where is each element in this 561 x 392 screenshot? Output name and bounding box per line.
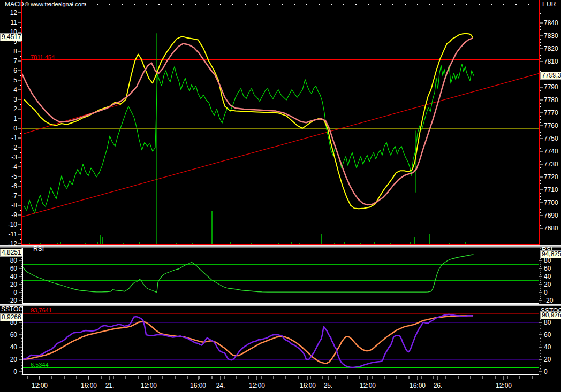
macd-axis-tick-label: 12 — [0, 10, 17, 16]
resistance-line-label: 7811,454 — [31, 54, 55, 60]
rsi-axis-tick-label: 40 — [544, 273, 551, 280]
sstoc-axis-tick-label: 20 — [0, 356, 17, 363]
x-axis-label: 16:00 — [410, 382, 426, 389]
panel-splitter-1[interactable] — [0, 245, 561, 248]
sstoc-axis-tick-label: 80 — [0, 319, 17, 326]
sstoc-axis-tick-label: 40 — [544, 344, 551, 350]
sstoc-axis-tick-label: 20 — [544, 356, 551, 363]
x-axis-label: 16:00 — [300, 382, 316, 389]
eur-axis-tick-label: 7730 — [544, 161, 558, 167]
rsi-axis-tick-label: 60 — [0, 265, 17, 272]
x-axis-label: 25. — [324, 382, 333, 389]
eur-axis-tick-label: 7840 — [544, 20, 558, 26]
x-axis-label: 26. — [434, 382, 443, 389]
rsi-current-value-box-left: 4,8251 — [0, 249, 22, 257]
sstoc-axis-tick-label: 0 — [544, 368, 548, 375]
sstoc-current-value-box-right: 90,926 — [540, 311, 561, 319]
macd-axis-tick-label: -9 — [0, 212, 17, 218]
eur-axis-tick-label: 7830 — [544, 33, 558, 39]
rsi-axis-tick-label: -20 — [544, 297, 553, 304]
x-axis-label: 12:00 — [32, 382, 48, 389]
panel-splitter-2[interactable] — [0, 304, 561, 306]
rsi-axis-tick-label: -20 — [0, 297, 17, 304]
macd-axis-tick-label: -10 — [0, 221, 17, 228]
x-axis-label: 16:00 — [190, 382, 206, 389]
tradesignal-chart-window: MACD © www.tradesignal.com EUR RSI RSI S… — [0, 0, 561, 392]
rsi-axis-tick-label: 0 — [0, 289, 17, 296]
macd-axis-tick-label: 11 — [0, 19, 17, 26]
sstoc-panel-title-left: SSTOC — [1, 305, 23, 313]
x-axis-label: 12:00 — [249, 382, 265, 389]
macd-axis-tick-label: -3 — [0, 154, 17, 160]
macd-axis-tick-label: 10 — [0, 29, 17, 35]
sstoc-axis-tick-label: 60 — [0, 332, 17, 338]
eur-axis-tick-label: 7770 — [544, 110, 558, 116]
x-axis-label: 16:00 — [81, 382, 97, 389]
eur-axis-tick-label: 7820 — [544, 45, 558, 52]
eur-axis-tick-label: 7800 — [544, 71, 558, 78]
rsi-axis-tick-label: 20 — [0, 281, 17, 288]
eur-axis-tick-label: 7760 — [544, 122, 558, 129]
eur-axis-tick-label: 7710 — [544, 187, 558, 193]
eur-axis-tick-label: 7780 — [544, 97, 558, 103]
macd-axis-tick-label: -4 — [0, 164, 17, 170]
macd-axis-tick-label: 3 — [0, 96, 17, 103]
x-axis-label: 12:00 — [496, 382, 512, 389]
sstoc-axis-tick-label: 80 — [544, 319, 551, 326]
macd-axis-tick-label: 1 — [0, 116, 17, 122]
macd-axis-tick-label: -2 — [0, 144, 17, 151]
sstoc-axis-tick-label: 0 — [0, 368, 17, 375]
rsi-axis-tick-label: 40 — [0, 273, 17, 280]
x-axis-label: 21. — [105, 382, 115, 389]
x-axis-label: 24. — [216, 382, 225, 389]
eur-axis-tick-label: 7790 — [544, 84, 558, 90]
watermark: © www.tradesignal.com — [25, 1, 86, 7]
eur-axis-tick-label: 7810 — [544, 58, 558, 65]
x-axis-label: 12:00 — [360, 382, 376, 389]
macd-axis-tick-label: -11 — [0, 231, 17, 237]
main-chart-panel[interactable] — [22, 7, 539, 245]
rsi-axis-tick-label: 80 — [544, 257, 551, 264]
eur-axis-title: EUR — [542, 1, 556, 8]
rsi-axis-tick-label: 80 — [0, 257, 17, 264]
stoch-upper-line-label: 93,7641 — [31, 307, 52, 313]
macd-axis-tick-label: 4 — [0, 87, 17, 93]
macd-axis-tick-label: 8 — [0, 48, 17, 55]
rsi-axis-tick-label: 60 — [544, 265, 551, 272]
x-axis-label: 12:00 — [141, 382, 157, 389]
macd-axis-tick-label: 6 — [0, 67, 17, 74]
macd-axis-tick-label: -6 — [0, 183, 17, 189]
macd-axis-tick-label: -12 — [0, 241, 17, 247]
macd-axis-tick-label: 5 — [0, 77, 17, 83]
rsi-panel[interactable] — [22, 248, 539, 304]
macd-axis-tick-label: 7 — [0, 58, 17, 64]
rsi-axis-tick-label: 20 — [544, 281, 551, 288]
eur-axis-tick-label: 7720 — [544, 174, 558, 180]
eur-axis-tick-label: 7680 — [544, 225, 558, 232]
macd-panel-title: MACD — [5, 1, 24, 8]
macd-axis-tick-label: -1 — [0, 135, 17, 141]
sstoc-axis-tick-label: 60 — [544, 332, 551, 338]
stoch-lower-line-label: 6,5344 — [31, 362, 49, 368]
macd-axis-tick-label: 9 — [0, 39, 17, 45]
macd-axis-tick-label: 2 — [0, 106, 17, 112]
macd-axis-tick-label: -8 — [0, 202, 17, 209]
eur-axis-tick-label: 7740 — [544, 148, 558, 155]
macd-axis-tick-label: -5 — [0, 173, 17, 180]
sstoc-axis-tick-label: 40 — [0, 344, 17, 350]
rsi-panel-title-left: RSI — [33, 245, 44, 252]
sstoc-panel[interactable] — [22, 306, 539, 375]
eur-axis-tick-label: 7750 — [544, 135, 558, 142]
macd-axis-tick-label: 0 — [0, 125, 17, 132]
macd-axis-tick-label: -7 — [0, 193, 17, 199]
rsi-axis-tick-label: 0 — [544, 289, 548, 296]
eur-axis-tick-label: 7690 — [544, 212, 558, 219]
eur-axis-tick-label: 7700 — [544, 199, 558, 206]
